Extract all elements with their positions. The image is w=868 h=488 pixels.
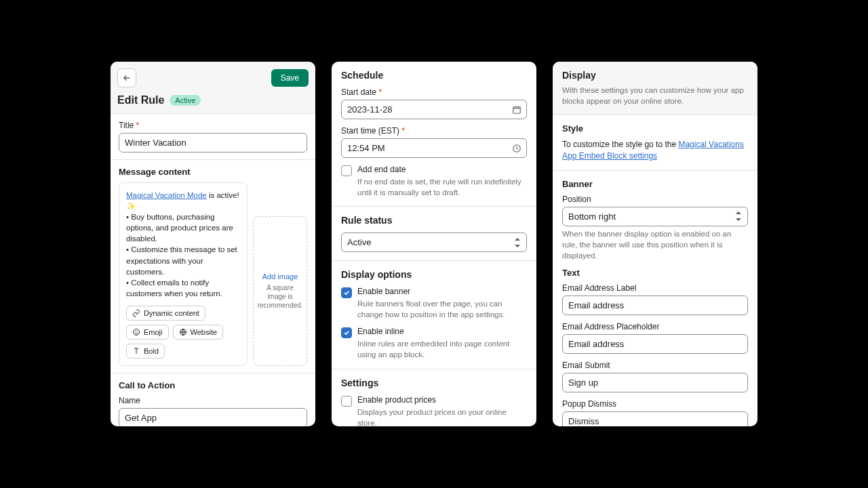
link-icon [132, 309, 140, 317]
add-end-date-label: Add end date [357, 165, 527, 174]
enable-inline-checkbox[interactable] [341, 327, 352, 338]
sparkle-icon: ✨ [126, 202, 136, 210]
settings-section: Settings Enable product prices Displays … [332, 369, 536, 426]
arrow-left-icon [122, 73, 132, 83]
title-label: Title * [119, 121, 307, 130]
globe-icon [179, 328, 187, 336]
banner-title: Banner [562, 179, 748, 189]
cta-section: Call to Action Name Link [111, 373, 315, 426]
add-end-date-checkbox[interactable] [341, 165, 352, 176]
enable-banner-help: Rule banners float over the page, you ca… [357, 298, 527, 320]
email-placeholder-input[interactable] [562, 334, 748, 354]
website-chip[interactable]: Website [173, 325, 224, 340]
cta-title: Call to Action [119, 380, 307, 390]
dynamic-content-chip[interactable]: Dynamic content [126, 306, 205, 321]
cta-name-label: Name [119, 396, 307, 405]
add-image-dropzone[interactable]: Add image A square image is recommended. [253, 216, 307, 366]
style-section: Style To customize the style go to the M… [553, 115, 757, 171]
display-panel: Display With these settings you can cust… [553, 62, 757, 426]
enable-inline-help: Inline rules are embedded into page cont… [357, 338, 527, 360]
back-button[interactable] [117, 68, 136, 87]
email-placeholder-label: Email Address Placeholder [562, 322, 748, 331]
email-submit-input[interactable] [562, 373, 748, 392]
schedule-section: Schedule Start date * Start time (EST) * [332, 62, 536, 207]
edit-rule-panel: Save Edit Rule Active Title * Message co… [111, 62, 315, 426]
schedule-panel: Schedule Start date * Start time (EST) * [332, 62, 536, 426]
status-badge: Active [170, 95, 201, 106]
svg-point-1 [135, 331, 136, 332]
enable-prices-label: Enable product prices [357, 395, 527, 405]
display-header: Display With these settings you can cust… [553, 62, 757, 115]
rule-status-title: Rule status [341, 215, 527, 226]
bold-chip[interactable]: Bold [126, 344, 165, 359]
position-label: Position [562, 195, 748, 204]
add-image-link[interactable]: Add image [262, 272, 298, 281]
enable-banner-label: Enable banner [357, 287, 527, 296]
start-date-input[interactable] [341, 100, 527, 119]
banner-section: Banner Position Bottom right When the ba… [553, 171, 757, 426]
start-date-label: Start date * [341, 87, 527, 97]
settings-title: Settings [341, 378, 527, 388]
enable-banner-checkbox[interactable] [341, 287, 352, 298]
svg-point-2 [137, 331, 138, 332]
chevron-updown-icon [514, 238, 521, 247]
text-title: Text [562, 268, 748, 278]
style-text: To customize the style go to the [562, 140, 678, 149]
position-help: When the banner display option is enable… [562, 228, 748, 261]
emoji-icon [132, 328, 140, 336]
style-title: Style [562, 123, 748, 134]
email-label-input[interactable] [562, 296, 748, 315]
page-title: Edit Rule [117, 94, 164, 106]
popup-dismiss-input[interactable] [562, 411, 748, 426]
emoji-chip[interactable]: Emoji [126, 325, 169, 340]
display-help: With these settings you can customize ho… [562, 85, 748, 106]
rule-status-section: Rule status Active [332, 207, 536, 261]
cta-name-input[interactable] [119, 408, 307, 426]
start-time-label: Start time (EST) * [341, 126, 527, 136]
message-mode-link[interactable]: Magical Vacation Mode [126, 191, 207, 199]
display-title: Display [562, 70, 748, 81]
popup-dismiss-label: Popup Dismiss [562, 399, 748, 409]
add-end-date-help: If no end date is set, the rule will run… [357, 176, 527, 198]
message-content-section: Message content Magical Vacation Mode is… [111, 160, 315, 373]
title-section: Title * [111, 114, 315, 160]
enable-inline-label: Enable inline [357, 327, 527, 336]
start-time-input[interactable] [341, 138, 527, 158]
save-button[interactable]: Save [271, 69, 309, 87]
email-submit-label: Email Submit [562, 361, 748, 370]
message-content-title: Message content [119, 167, 307, 177]
position-select[interactable]: Bottom right [562, 207, 748, 226]
rule-status-select[interactable]: Active [341, 232, 527, 252]
schedule-title: Schedule [341, 70, 527, 81]
text-icon [132, 347, 140, 355]
message-editor[interactable]: Magical Vacation Mode is active! ✨ • Buy… [119, 182, 248, 366]
display-options-title: Display options [341, 269, 527, 280]
image-hint: A square image is recommended. [258, 283, 303, 310]
enable-prices-help: Displays your product prices on your onl… [357, 407, 527, 426]
svg-point-0 [134, 329, 140, 335]
title-input[interactable] [119, 133, 307, 152]
chevron-updown-icon [735, 211, 742, 221]
enable-prices-checkbox[interactable] [341, 396, 352, 407]
display-options-section: Display options Enable banner Rule banne… [332, 261, 536, 369]
email-label-label: Email Address Label [562, 283, 748, 293]
